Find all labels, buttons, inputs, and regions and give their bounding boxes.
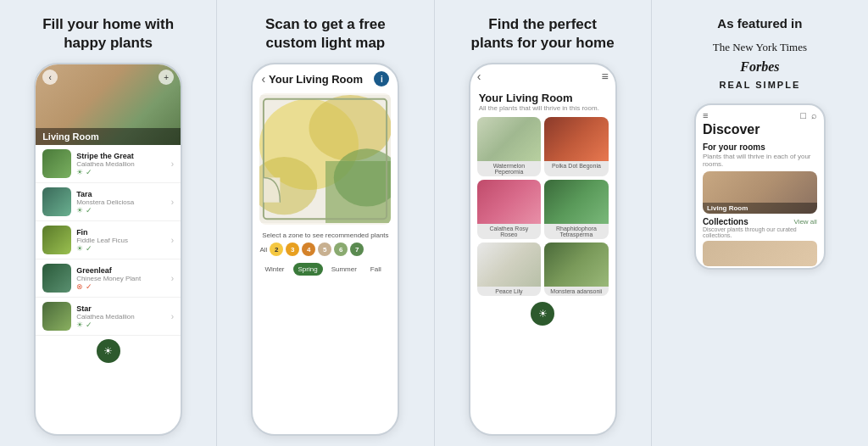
list-item[interactable]: Tara Monstera Deliciosa ☀ ✓ › [36,183,181,221]
chevron-right-icon: › [171,159,174,169]
plant-image-1 [477,117,542,161]
for-your-rooms-sub: Plants that will thrive in each of your … [696,153,824,171]
panel-featured: As featured in The New York Times Forbes… [652,0,868,446]
sun-button-3[interactable]: ☀ [531,302,554,326]
spring-tab[interactable]: Spring [293,263,323,276]
plant-name: Greenleaf [76,266,166,275]
zone-5-btn[interactable]: 5 [318,243,331,256]
plant-name: Fin [76,228,166,237]
room-header: ‹ Your Living Room i [253,64,398,90]
plant-info: Star Calathea Medallion ☀ ✓ [76,304,166,329]
sun-button[interactable]: ☀ [97,339,120,363]
phone-mockup-1: ‹ + Living Room Stripe the Great Calathe… [34,63,182,436]
plant-label-6: Monstera adansonii [544,287,609,296]
nav-right-btn[interactable]: + [159,70,174,85]
plant-image-5 [477,243,542,287]
plant-name: Tara [76,190,166,198]
for-your-rooms-title: For your rooms [696,141,824,153]
list-item[interactable]: Fin Fiddle Leaf Ficus ☀ ✓ › [36,221,181,259]
plant-icons: ☀ ✓ [76,168,166,176]
list-item[interactable]: Stripe the Great Calathea Medallion ☀ ✓ … [36,145,181,183]
svg-rect-7 [264,178,280,203]
chevron-right-icon: › [171,236,174,245]
phone-mockup-2: ‹ Your Living Room i [251,63,399,436]
plant-list: Stripe the Great Calathea Medallion ☀ ✓ … [36,145,181,336]
collections-sub: Discover plants through our curated coll… [703,226,817,238]
menu-icon[interactable]: ≡ [703,110,708,120]
back-icon[interactable]: ‹ [477,70,481,83]
collections-header: Collections View all [703,217,817,226]
chevron-right-icon: › [171,312,174,321]
plant-sub: Calathea Medallion [76,313,166,321]
plant-sub: Monstera Deliciosa [76,198,166,206]
bottom-bar-3: ☀ [470,299,615,328]
plant-info: Fin Fiddle Leaf Ficus ☀ ✓ [76,228,166,253]
fall-tab[interactable]: Fall [365,263,387,276]
header-icons: □ ⌕ [800,110,817,120]
living-room-label: Living Room [703,203,817,214]
view-all-link[interactable]: View all [793,218,816,226]
zone-3-btn[interactable]: 3 [286,243,299,256]
grid-plant-item[interactable]: Calathea Rosy Roseo [477,180,542,239]
plant-label-4: Rhaphidophora Tetrasperma [544,224,609,239]
plant-label-3: Calathea Rosy Roseo [477,224,542,239]
plant-label-5: Peace Lily [477,287,542,296]
collections-title: Collections [703,217,748,226]
zone-4-btn[interactable]: 4 [302,243,315,256]
plant-thumb [42,264,71,293]
plant-grid: Watermelon Peperomia Polka Dot Begonia C… [470,114,615,299]
plant-icons: ☀ ✓ [76,206,166,215]
plant-info: Greenleaf Chinese Money Plant ⊗ ✓ [76,266,166,291]
grid-plant-item[interactable]: Polka Dot Begonia [544,117,609,176]
room-sub-3: All the plants that will thrive in this … [479,104,607,112]
plant-sub: Chinese Money Plant [76,275,166,282]
panel3-title: Find the perfect plants for your home [471,15,615,53]
plant-thumb [42,302,71,331]
summer-tab[interactable]: Summer [326,263,362,276]
grid-plant-item[interactable]: Peace Lily [477,243,542,296]
grid-plant-item[interactable]: Watermelon Peperomia [477,117,542,176]
plant-image-4 [544,180,609,224]
plant-image-3 [477,180,542,224]
plant-icons: ☀ ✓ [76,244,166,253]
room-title: Your Living Room [269,73,370,86]
info-icon[interactable]: i [374,71,389,86]
hero-image: ‹ + Living Room [36,64,181,145]
list-item[interactable]: Star Calathea Medallion ☀ ✓ › [36,298,181,336]
all-label[interactable]: All [259,246,267,254]
chevron-right-icon: › [171,198,174,207]
zone-6-btn[interactable]: 6 [334,243,348,256]
living-room-image[interactable]: Living Room [703,171,817,214]
back-icon[interactable]: ‹ [261,72,265,86]
search-icon[interactable]: ⌕ [811,110,817,120]
filter-icon[interactable]: ≡ [601,70,608,83]
plant-image-2 [544,117,609,161]
bottom-bar: ☀ [36,336,181,366]
grid-plant-item[interactable]: Rhaphidophora Tetrasperma [544,180,609,239]
plant-info: Stripe the Great Calathea Medallion ☀ ✓ [76,152,166,176]
zone-numbers: All 2 3 4 5 6 7 [253,243,398,259]
bookmark-icon[interactable]: □ [800,110,806,120]
grid-plant-item[interactable]: Monstera adansonii [544,243,609,296]
featured-section: As featured in The New York Times Forbes… [662,15,858,103]
list-item[interactable]: Greenleaf Chinese Money Plant ⊗ ✓ › [36,259,181,298]
panel-light-map: Scan to get a free custom light map ‹ Yo… [217,0,434,446]
plant-thumb [42,187,71,216]
panel-plant-list: Fill your home with happy plants ‹ + Liv… [0,0,217,446]
plant-info: Tara Monstera Deliciosa ☀ ✓ [76,190,166,215]
plant-name: Stripe the Great [76,152,166,160]
publication-forbes: Forbes [669,59,851,75]
light-map-visual[interactable] [259,93,391,225]
plant-sub: Fiddle Leaf Ficus [76,237,166,244]
plant-thumb [42,149,71,178]
zone-2-btn[interactable]: 2 [270,243,283,256]
panel-plant-grid: Find the perfect plants for your home ‹ … [435,0,652,446]
plant-name: Star [76,304,166,313]
plant-image-6 [544,243,609,287]
phone-mockup-4: ≡ □ ⌕ Discover For your rooms Plants tha… [694,103,826,270]
winter-tab[interactable]: Winter [259,263,289,276]
app-container: Fill your home with happy plants ‹ + Liv… [0,0,868,446]
nav-left-btn[interactable]: ‹ [42,70,58,85]
zone-7-btn[interactable]: 7 [350,243,364,256]
zone-help-text: Select a zone to see recommended plants [253,228,398,243]
